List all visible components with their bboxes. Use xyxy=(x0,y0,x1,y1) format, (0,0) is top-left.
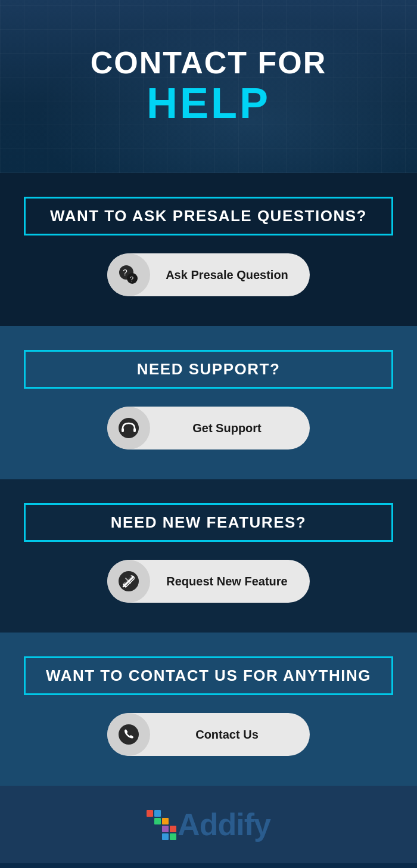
presale-label: WANT TO ASK PRESALE QUESTIONS? xyxy=(50,207,367,225)
features-section: NEED NEW FEATURES? Request New Feature xyxy=(0,479,417,633)
get-support-label: Get Support xyxy=(150,421,310,435)
features-label: NEED NEW FEATURES? xyxy=(111,513,306,531)
chat-icon: ? ? xyxy=(107,253,150,296)
svg-text:?: ? xyxy=(123,268,127,277)
phone-icon xyxy=(107,713,150,756)
support-label-box: NEED SUPPORT? xyxy=(24,350,393,389)
svg-point-10 xyxy=(119,724,139,745)
get-support-button[interactable]: Get Support xyxy=(107,407,310,450)
hero-title: CONTACT FOR HELP xyxy=(91,46,327,127)
support-label: NEED SUPPORT? xyxy=(137,360,281,378)
wrench-icon xyxy=(107,560,150,603)
request-feature-button[interactable]: Request New Feature xyxy=(107,560,310,603)
hero-section: CONTACT FOR HELP xyxy=(0,0,417,173)
request-feature-label: Request New Feature xyxy=(150,575,310,588)
headphones-icon xyxy=(107,407,150,450)
ask-presale-button[interactable]: ? ? Ask Presale Question xyxy=(107,253,310,296)
svg-rect-6 xyxy=(133,428,136,432)
footer: Addify xyxy=(0,786,417,863)
brand-name: Addify xyxy=(178,807,270,842)
svg-rect-5 xyxy=(122,428,124,432)
svg-point-4 xyxy=(119,418,139,438)
addify-icon xyxy=(147,810,175,839)
contact-label: WANT TO CONTACT US FOR ANYTHING xyxy=(46,666,371,684)
presale-label-box: WANT TO ASK PRESALE QUESTIONS? xyxy=(24,197,393,235)
svg-text:?: ? xyxy=(130,275,133,283)
features-label-box: NEED NEW FEATURES? xyxy=(24,503,393,542)
contact-section: WANT TO CONTACT US FOR ANYTHING Contact … xyxy=(0,633,417,786)
presale-section: WANT TO ASK PRESALE QUESTIONS? ? ? Ask P… xyxy=(0,173,417,326)
support-section: NEED SUPPORT? Get Support xyxy=(0,326,417,479)
contact-us-label: Contact Us xyxy=(150,728,310,742)
contact-us-button[interactable]: Contact Us xyxy=(107,713,310,756)
hero-line2: HELP xyxy=(91,80,327,127)
hero-line1: CONTACT FOR xyxy=(91,46,327,80)
ask-presale-label: Ask Presale Question xyxy=(150,268,310,282)
contact-label-box: WANT TO CONTACT US FOR ANYTHING xyxy=(24,656,393,695)
addify-logo: Addify xyxy=(147,807,270,842)
